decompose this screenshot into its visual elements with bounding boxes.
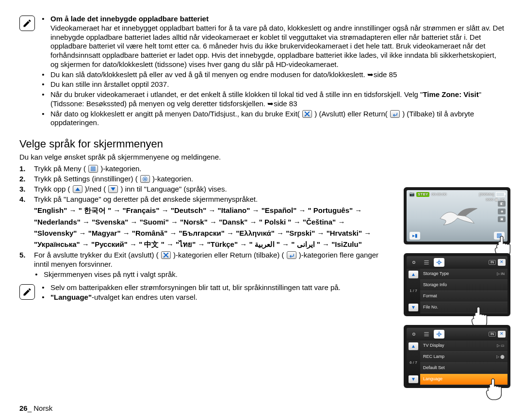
note-block-battery: • Om å lade det innebygde oppladbare bat…: [19, 15, 505, 129]
menu-row[interactable]: Storage Type▷ IN: [420, 269, 508, 280]
device-menu-2: IN ✕ ▲ 6 / 7 ▼ TV Display▷ ▭REC Lamp▷ ⬤D…: [404, 325, 510, 388]
pencil-icon: [19, 284, 35, 300]
tab-settings-selected[interactable]: [434, 330, 444, 339]
storage-in-badge: IN: [489, 260, 496, 265]
menu-row-label: File No.: [423, 305, 438, 310]
menu-row[interactable]: File No.: [420, 302, 508, 313]
menu-row-value: ▷ IN: [497, 272, 505, 276]
device-menu-1: IN ✕ ▲ 1 / 7 ▼ Storage Type▷ INStorage I…: [404, 253, 510, 316]
down-arrow-icon: [108, 185, 118, 193]
svg-line-10: [146, 180, 147, 180]
section-intro: Du kan velge ønsket språk på skjermmenye…: [19, 153, 388, 162]
photo-count: 9999: [486, 198, 493, 202]
menu-row[interactable]: Format: [420, 291, 508, 302]
rec-time: 00:00:00: [431, 192, 446, 197]
battery-icon: [496, 192, 505, 197]
down-button[interactable]: ▼: [409, 304, 418, 311]
steps-list: 1. Trykk på Meny ( )-kategorien. 2. Tryk…: [19, 164, 388, 279]
menu-row[interactable]: Default Set: [420, 363, 508, 374]
seagull-illustration: [436, 203, 479, 230]
menu-row-label: Default Set: [423, 365, 445, 371]
menu-row-label: TV Display: [423, 343, 444, 348]
side-icon: ◧: [498, 201, 506, 207]
play-button[interactable]: ▸▮: [409, 232, 420, 240]
gear-icon: [140, 175, 150, 183]
tab-list[interactable]: [421, 330, 432, 339]
exit-icon: [161, 251, 171, 259]
svg-point-26: [413, 333, 415, 336]
tab-gear[interactable]: [409, 330, 419, 339]
down-button[interactable]: ▼: [409, 375, 418, 383]
tab-list[interactable]: [421, 258, 432, 267]
svg-point-30: [438, 333, 441, 336]
svg-point-21: [438, 261, 441, 264]
exit-button[interactable]: ✕: [498, 331, 506, 338]
camera-icon: 📷: [409, 192, 414, 197]
page-indicator: 1 / 7: [409, 289, 417, 293]
section-title: Velge språk for skjermmenyen: [19, 137, 388, 151]
up-arrow-icon: [73, 185, 82, 193]
remain-time: [300Min]: [479, 192, 494, 197]
pointing-hand-icon: [482, 377, 506, 401]
side-icon: ▣: [498, 216, 506, 222]
tab-gear[interactable]: [409, 258, 419, 267]
menu-row[interactable]: TV Display▷ ▭: [420, 340, 508, 352]
svg-line-9: [143, 177, 144, 178]
exit-button[interactable]: ✕: [498, 259, 506, 266]
menu-row[interactable]: Storage Info: [420, 280, 508, 291]
bullet: •: [41, 15, 46, 69]
menu-row-label: Format: [423, 293, 437, 299]
menu-row[interactable]: REC Lamp▷ ⬤: [420, 352, 508, 363]
menu-row-label: Storage Info: [423, 282, 447, 288]
note1-title: Om å lade det innebygde oppladbare batte…: [50, 15, 209, 23]
language-sequence: "English" → " 한국어 " → "Français" → "Deut…: [34, 205, 388, 250]
return-icon: [390, 110, 400, 118]
exit-icon: [302, 110, 312, 118]
menu-row-label: Language: [423, 376, 442, 382]
menu-row-value: ▷ ▭: [497, 343, 505, 348]
side-icon: ◈: [498, 209, 506, 214]
up-button[interactable]: ▲: [409, 271, 418, 278]
menu-row-label: REC Lamp: [423, 354, 444, 359]
storage-in-badge: IN: [489, 332, 496, 337]
page-footer: 26_ Norsk: [19, 404, 52, 413]
page-indicator: 6 / 7: [409, 360, 417, 365]
menu-row-value: ▷ ⬤: [496, 355, 505, 359]
svg-point-4: [144, 178, 146, 180]
note1-body: Videokameraet har et innebygget oppladba…: [50, 24, 504, 68]
menu-row-label: Storage Type: [423, 271, 449, 276]
svg-point-17: [413, 261, 415, 264]
return-icon: [287, 251, 296, 259]
pencil-icon: [19, 16, 35, 31]
up-button[interactable]: ▲: [409, 342, 418, 350]
svg-line-12: [143, 180, 144, 180]
page-number: 26: [19, 404, 28, 412]
menu-icon: [88, 165, 98, 173]
tab-settings-selected[interactable]: [434, 258, 444, 267]
device-illustrations: 📷 STBY 00:00:00 [300Min] 9999 ▦ HD ◧: [404, 187, 510, 388]
note-block-language: •Selv om batteripakken eller strømforsyn…: [19, 283, 388, 304]
footer-lang: Norsk: [33, 404, 52, 412]
svg-line-11: [146, 177, 147, 178]
stby-badge: STBY: [416, 192, 429, 197]
device-preview: 📷 STBY 00:00:00 [300Min] 9999 ▦ HD ◧: [404, 187, 510, 244]
